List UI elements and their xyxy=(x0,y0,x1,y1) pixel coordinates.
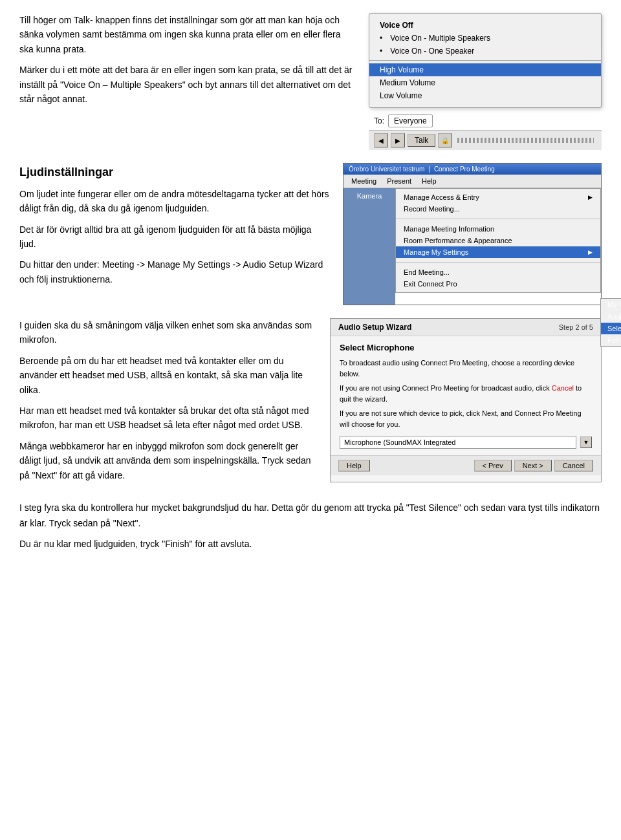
cp-row-manage-access-label: Manage Access & Entry xyxy=(404,193,479,201)
low-volume-item[interactable]: Low Volume xyxy=(369,89,601,102)
to-row: To: Everyone xyxy=(369,112,602,130)
cp-sidebar-label: Kamera xyxy=(357,192,382,200)
top-paragraph1: Till höger om Talk- knappen finns det in… xyxy=(19,13,356,56)
medium-volume-item[interactable]: Medium Volume xyxy=(369,76,601,89)
cp-title: Örebro Universitet testrum xyxy=(349,166,424,173)
talk-toolbar: ◀ ▶ Talk 🔒 xyxy=(369,130,602,150)
bottom-p1: I guiden ska du så småningom välja vilke… xyxy=(19,318,317,347)
aw-dropdown-arrow[interactable]: ▼ xyxy=(580,436,592,448)
cp-submenu: My Connection Speed ▶ Audio Setup Wizard… xyxy=(600,298,621,347)
aw-header: Audio Setup Wizard Step 2 of 5 xyxy=(331,319,601,336)
aw-microphone-dropdown[interactable]: Microphone (SoundMAX Integrated xyxy=(340,436,576,449)
aw-cancel-button[interactable]: Cancel xyxy=(554,460,593,471)
middle-text-block: Ljudinställningar Om ljudet inte fungera… xyxy=(19,163,330,305)
cp-row-exit-label: Exit Connect Pro xyxy=(404,280,457,288)
cp-submenu-fullscreen[interactable]: Full Screen xyxy=(601,334,621,346)
low-volume-label: Low Volume xyxy=(380,91,422,100)
cp-submenu-audio-label: Audio Setup Wizard... xyxy=(607,313,621,321)
aw-step: Step 2 of 5 xyxy=(559,323,593,331)
cp-row-meeting-info[interactable]: Manage Meeting Information xyxy=(396,223,600,235)
cp-menu-section2: Manage Meeting Information Room Performa… xyxy=(396,221,600,261)
section-title-ljud: Ljudinställningar xyxy=(19,163,330,182)
cp-row-exit[interactable]: Exit Connect Pro xyxy=(396,278,600,290)
middle-paragraph1: Om ljudet inte fungerar eller om de andr… xyxy=(19,187,330,216)
everyone-box: Everyone xyxy=(388,114,433,127)
cp-row-manage-settings[interactable]: Manage My Settings ▶ My Connection Speed… xyxy=(396,246,600,258)
cp-app-name: Connect Pro Meeting xyxy=(434,166,495,173)
separator1 xyxy=(369,60,601,61)
arrow-icon2: ▶ xyxy=(588,249,593,255)
cp-submenu-camera[interactable]: Select Camera... xyxy=(601,323,621,334)
cp-row-manage-settings-label: Manage My Settings xyxy=(404,248,468,256)
cp-row-room-perf-label: Room Performance & Appearance xyxy=(404,237,512,244)
cp-submenu-connection-label: My Connection Speed xyxy=(607,301,621,309)
voice-off-item[interactable]: Voice Off xyxy=(369,19,601,32)
high-volume-item[interactable]: High Volume xyxy=(369,63,601,76)
voice-on-multiple-item[interactable]: • Voice On - Multiple Speakers xyxy=(369,32,601,45)
middle-paragraph3: Du hittar den under: Meeting -> Manage M… xyxy=(19,257,330,286)
audio-indicator xyxy=(457,138,594,143)
cp-row-record[interactable]: Record Meeting... xyxy=(396,203,600,215)
aw-next-button[interactable]: Next > xyxy=(514,460,552,471)
aw-desc3: If you are not sure which device to pick… xyxy=(340,408,592,429)
top-text-block: Till höger om Talk- knappen finns det in… xyxy=(19,13,356,150)
aw-microphone-row: Microphone (SoundMAX Integrated ▼ xyxy=(340,436,592,449)
voice-dropdown: Voice Off • Voice On - Multiple Speakers… xyxy=(369,13,602,108)
cp-menu-meeting[interactable]: Meeting xyxy=(346,176,382,186)
bullet-icon2: • xyxy=(380,47,382,56)
aw-desc2-normal: If you are not using Connect Pro Meeting… xyxy=(340,384,552,392)
middle-paragraph2: Det är för övrigt alltid bra att gå igen… xyxy=(19,222,330,252)
cp-menubar: Meeting Present Help xyxy=(343,175,601,188)
cp-row-record-label: Record Meeting... xyxy=(404,205,460,213)
cp-separator1 xyxy=(396,219,600,219)
bottom-p4: Många webbkameror har en inbyggd mikrofo… xyxy=(19,439,317,482)
bottom-p3: Har man ett headset med två kontakter så… xyxy=(19,404,317,433)
cp-content: Manage Access & Entry ▶ Record Meeting..… xyxy=(395,188,601,305)
aw-help-button[interactable]: Help xyxy=(338,460,370,471)
cp-sidebar: Kamera xyxy=(343,188,395,305)
aw-desc1: To broadcast audio using Connect Pro Mee… xyxy=(340,358,592,379)
cp-row-meeting-info-label: Manage Meeting Information xyxy=(404,225,494,233)
aw-microphone-value: Microphone (SoundMAX Integrated xyxy=(344,438,455,446)
voice-on-one-label: Voice On - One Speaker xyxy=(390,47,474,56)
top-paragraph2: Märker du i ett möte att det bara är en … xyxy=(19,63,356,106)
talk-button[interactable]: Talk xyxy=(408,134,435,147)
cp-row-end-meeting[interactable]: End Meeting... xyxy=(396,266,600,278)
toolbar-btn2[interactable]: ▶ xyxy=(391,133,405,147)
to-label: To: xyxy=(374,116,384,125)
aw-title: Audio Setup Wizard xyxy=(338,323,411,332)
cp-menu-help[interactable]: Help xyxy=(417,176,442,186)
voice-off-label: Voice Off xyxy=(380,21,413,30)
aw-prev-button[interactable]: < Prev xyxy=(474,460,512,471)
cp-row-room-perf[interactable]: Room Performance & Appearance xyxy=(396,235,600,246)
aw-desc2: If you are not using Connect Pro Meeting… xyxy=(340,383,592,404)
voice-menu-image: Voice Off • Voice On - Multiple Speakers… xyxy=(369,13,602,150)
voice-on-one-item[interactable]: • Voice On - One Speaker xyxy=(369,45,601,58)
cp-dropdown-menu: Manage Access & Entry ▶ Record Meeting..… xyxy=(395,188,601,293)
bullet-icon: • xyxy=(380,34,382,43)
toolbar-btn1[interactable]: ◀ xyxy=(374,133,388,147)
toolbar-btn3[interactable]: 🔒 xyxy=(438,133,452,147)
cp-submenu-fullscreen-label: Full Screen xyxy=(607,336,621,344)
cp-submenu-connection[interactable]: My Connection Speed ▶ xyxy=(601,299,621,311)
aw-cancel-text: Cancel xyxy=(552,384,574,392)
medium-volume-label: Medium Volume xyxy=(380,78,435,87)
final-text-block: I steg fyra ska du kontrollera hur mycke… xyxy=(19,501,602,552)
high-volume-label: High Volume xyxy=(380,65,424,74)
aw-body: Select Microphone To broadcast audio usi… xyxy=(331,336,601,455)
cp-row-manage-access[interactable]: Manage Access & Entry ▶ xyxy=(396,191,600,203)
cp-menu-present[interactable]: Present xyxy=(382,176,417,186)
aw-footer: Help < Prev Next > Cancel xyxy=(331,455,601,475)
audio-wizard-panel: Audio Setup Wizard Step 2 of 5 Select Mi… xyxy=(330,318,602,482)
cp-body: Kamera Manage Access & Entry ▶ Record Me… xyxy=(343,188,601,305)
voice-on-multiple-label: Voice On - Multiple Speakers xyxy=(390,34,490,43)
cp-menu-section3: End Meeting... Exit Connect Pro xyxy=(396,264,600,292)
cp-submenu-audio[interactable]: Audio Setup Wizard... xyxy=(601,311,621,323)
final-p2: Du är nu klar med ljudguiden, tryck "Fin… xyxy=(19,537,602,552)
cp-row-end-meeting-label: End Meeting... xyxy=(404,268,450,276)
arrow-icon: ▶ xyxy=(588,194,593,200)
cp-titlebar: Örebro Universitet testrum | Connect Pro… xyxy=(343,164,601,175)
audio-text-block: I guiden ska du så småningom välja vilke… xyxy=(19,318,317,482)
final-p1: I steg fyra ska du kontrollera hur mycke… xyxy=(19,501,602,532)
aw-nav-buttons: < Prev Next > Cancel xyxy=(474,460,593,471)
